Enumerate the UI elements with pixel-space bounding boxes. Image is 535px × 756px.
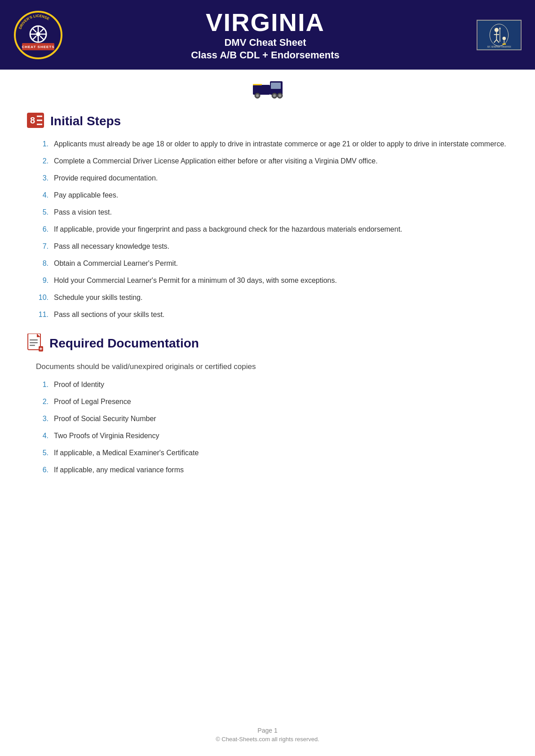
svg-text:SIC SEMPER TYRANNIS: SIC SEMPER TYRANNIS [487,45,511,48]
list-item: 7.Pass all necessary knowledge tests. [36,241,508,252]
svg-point-16 [495,28,499,32]
svg-point-35 [279,94,281,97]
list-item: 3.Provide required documentation. [36,173,508,184]
svg-rect-44 [30,339,38,341]
svg-rect-36 [253,84,262,85]
svg-text:8: 8 [30,115,35,125]
list-item: 5.If applicable, a Medical Examiner's Ce… [36,448,508,458]
truck-icon [252,77,283,99]
initial-steps-title: Initial Steps [50,114,121,128]
header-center: VIRGINIA DMV Cheat Sheet Class A/B CDL +… [67,9,463,62]
svg-point-31 [256,94,259,97]
initial-steps-list: 1.Applicants must already be age 18 or o… [27,139,508,320]
list-item: 4.Pay applicable fees. [36,190,508,201]
page-header: DRIVER'S LICENSE CHEAT SHEETS VIRGINIA [0,0,535,70]
document-icon [27,334,43,353]
list-item: 6.If applicable, any medical variance fo… [36,465,508,475]
state-title: VIRGINIA [67,9,463,36]
svg-point-23 [503,36,506,40]
required-docs-header: Required Documentation [27,334,508,353]
truck-divider [0,70,535,104]
svg-rect-29 [271,83,281,89]
list-item: 1.Applicants must already be age 18 or o… [36,139,508,149]
list-item: 9.Hold your Commercial Learner's Permit … [36,275,508,286]
svg-point-33 [273,94,276,97]
virginia-flag: SIC SEMPER TYRANNIS [477,20,522,50]
page-number: Page 1 [0,727,535,734]
list-item: 11.Pass all sections of your skills test… [36,309,508,320]
list-icon: 8 [27,113,44,130]
main-content: 8 Initial Steps 1.Applicants must alread… [0,104,535,507]
copyright: © Cheat-Sheets.com all rights reserved. [0,736,535,743]
list-item: 10.Schedule your skills testing. [36,292,508,303]
svg-rect-46 [30,345,35,346]
list-item: 2.Proof of Legal Presence [36,396,508,407]
list-item: 6.If applicable, provide your fingerprin… [36,224,508,235]
svg-point-3 [36,32,40,36]
list-item: 2.Complete a Commercial Driver License A… [36,156,508,167]
list-item: 4.Two Proofs of Virginia Residency [36,431,508,441]
list-item: 3.Proof of Social Security Number [36,413,508,424]
svg-text:CHEAT SHEETS: CHEAT SHEETS [22,45,54,49]
dmv-subtitle: DMV Cheat Sheet [67,37,463,48]
docs-subtitle: Documents should be valid/unexpired orig… [36,362,508,371]
list-item: 8.Obtain a Commercial Learner's Permit. [36,258,508,269]
list-item: 1.Proof of Identity [36,379,508,390]
logo-container: DRIVER'S LICENSE CHEAT SHEETS [14,11,62,59]
initial-steps-header: 8 Initial Steps [27,113,508,130]
class-subtitle: Class A/B CDL + Endorsements [67,49,463,61]
logo-area: DRIVER'S LICENSE CHEAT SHEETS [9,11,67,59]
list-item: 5.Pass a vision test. [36,207,508,218]
svg-rect-27 [253,85,270,95]
flag-area: SIC SEMPER TYRANNIS [463,20,522,50]
page-footer: Page 1 © Cheat-Sheets.com all rights res… [0,727,535,743]
required-docs-list: 1.Proof of Identity2.Proof of Legal Pres… [27,379,508,475]
required-docs-title: Required Documentation [49,336,199,351]
svg-rect-25 [503,43,506,44]
svg-rect-45 [30,342,38,343]
logo-svg: DRIVER'S LICENSE CHEAT SHEETS [14,11,62,59]
